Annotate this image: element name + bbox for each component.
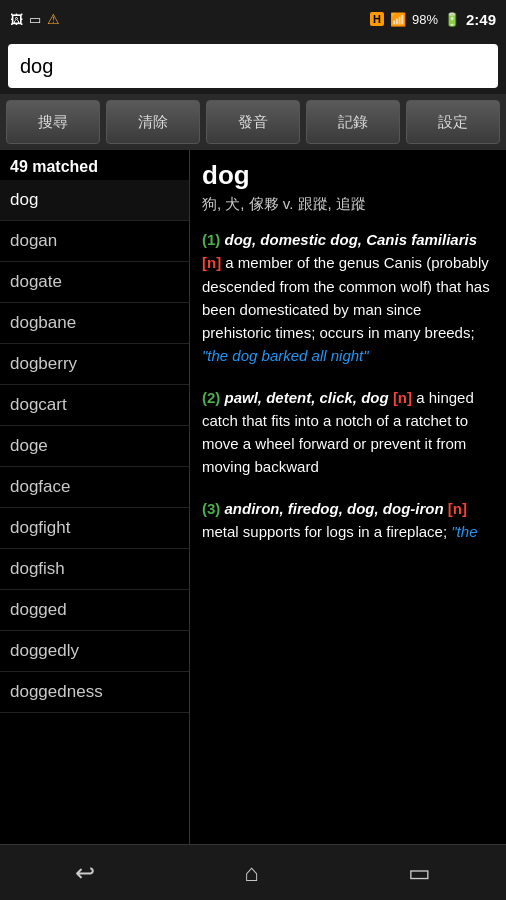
list-item[interactable]: dog [0,180,189,221]
def-text-1: a member of the genus Canis (probably de… [202,254,490,341]
definition-translation: 狗, 犬, 傢夥 v. 跟蹤, 追蹤 [202,195,494,214]
definition-panel: dog 狗, 犬, 傢夥 v. 跟蹤, 追蹤 (1) dog, domestic… [190,150,506,844]
def-text-3: metal supports for logs in a fireplace; [202,523,451,540]
list-item[interactable]: doggedness [0,672,189,713]
phone-icon: ▭ [29,12,41,27]
clear-button[interactable]: 清除 [106,100,200,144]
def-pos-3: [n] [448,500,467,517]
def-num-3: (3) [202,500,225,517]
definition-entry-3: (3) andiron, firedog, dog, dog-iron [n] … [202,497,494,544]
list-item[interactable]: dogberry [0,344,189,385]
status-bar: 🖼 ▭ ⚠ H 📶 98% 🔋 2:49 [0,0,506,38]
list-item[interactable]: dogan [0,221,189,262]
bottom-nav: ↩ ⌂ ▭ [0,844,506,900]
back-button[interactable]: ↩ [55,849,115,897]
screen-icon: 🖼 [10,12,23,27]
word-list-panel: 49 matched dog dogan dogate dogbane dogb… [0,150,190,844]
def-words-1: dog, domestic dog, Canis familiaris [225,231,478,248]
list-item[interactable]: dogfish [0,549,189,590]
def-example-3: "the [451,523,477,540]
list-item[interactable]: dogate [0,262,189,303]
list-item[interactable]: dogcart [0,385,189,426]
settings-button[interactable]: 設定 [406,100,500,144]
battery-percent: 98% [412,12,438,27]
def-words-2: pawl, detent, click, dog [225,389,393,406]
matched-count: 49 matched [0,150,189,180]
warning-icon: ⚠ [47,11,60,27]
signal-icon: 📶 [390,12,406,27]
clock: 2:49 [466,11,496,28]
button-row: 搜尋 清除 發音 記錄 設定 [0,94,506,150]
definition-entry-1: (1) dog, domestic dog, Canis familiaris … [202,228,494,368]
definition-word: dog [202,160,494,191]
list-item[interactable]: doge [0,426,189,467]
home-button[interactable]: ⌂ [224,849,279,897]
list-item[interactable]: dogged [0,590,189,631]
def-pos-1: [n] [202,254,221,271]
main-content: 49 matched dog dogan dogate dogbane dogb… [0,150,506,844]
list-item[interactable]: dogbane [0,303,189,344]
search-button[interactable]: 搜尋 [6,100,100,144]
list-item[interactable]: doggedly [0,631,189,672]
list-item[interactable]: dogface [0,467,189,508]
def-words-3: andiron, firedog, dog, dog-iron [225,500,448,517]
list-item[interactable]: dogfight [0,508,189,549]
def-pos-2: [n] [393,389,412,406]
search-input[interactable] [8,44,498,88]
sim-h-icon: H [370,12,384,26]
pronounce-button[interactable]: 發音 [206,100,300,144]
search-bar [0,38,506,94]
windows-button[interactable]: ▭ [388,849,451,897]
def-example-1: "the dog barked all night" [202,347,369,364]
history-button[interactable]: 記錄 [306,100,400,144]
def-num-1: (1) [202,231,225,248]
battery-icon: 🔋 [444,12,460,27]
def-num-2: (2) [202,389,225,406]
definition-entry-2: (2) pawl, detent, click, dog [n] a hinge… [202,386,494,479]
